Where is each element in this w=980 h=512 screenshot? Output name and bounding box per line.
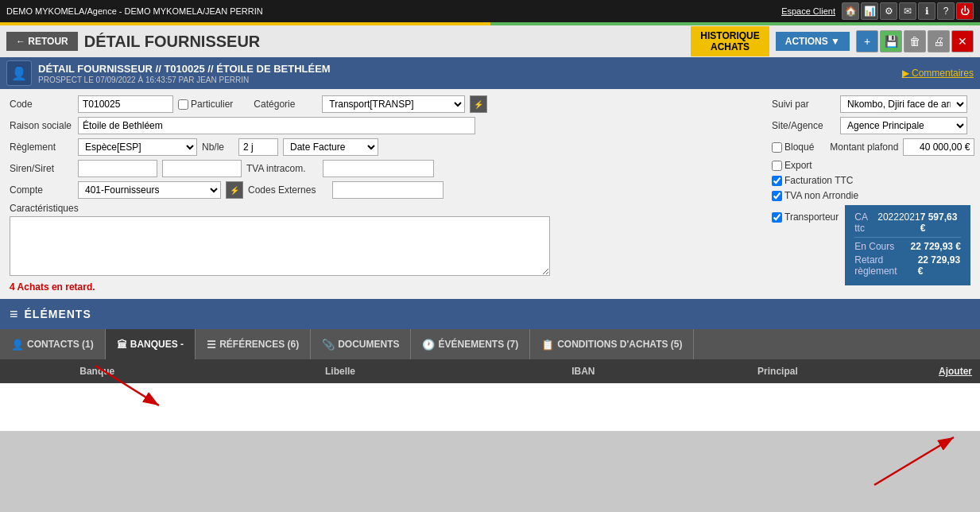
site-agence-select[interactable]: Agence Principale [840, 117, 967, 134]
tabs-row: 👤 CONTACTS (1) 🏛 BANQUES - ☰ RÉFÉRENCES … [0, 329, 980, 359]
power-icon[interactable]: ⏻ [956, 2, 974, 20]
references-tab-label: RÉFÉRENCES (6) [219, 339, 299, 350]
delete-icon[interactable]: 🗑 [904, 30, 926, 52]
add-icon[interactable]: + [856, 30, 878, 52]
elements-title: ÉLÉMENTS [25, 308, 91, 320]
historique-button[interactable]: HISTORIQUE ACHATS [691, 26, 769, 57]
top-icons: Espace Client 🏠 📊 ⚙ ✉ ℹ ? ⏻ [781, 2, 974, 20]
tva-intracom-input[interactable] [323, 160, 434, 177]
svg-line-3 [874, 437, 954, 485]
bloque-checkbox[interactable] [772, 142, 782, 153]
categorie-select[interactable]: Transport[TRANSP] [322, 95, 465, 113]
banques-tab-label: BANQUES - [130, 339, 184, 350]
tab-conditions[interactable]: 📋 CONDITIONS D'ACHATS (5) [530, 329, 694, 359]
col-ajouter: Ajouter [875, 366, 980, 377]
code-input[interactable] [78, 95, 173, 113]
col-iban: IBAN [486, 366, 681, 377]
nb-le-input[interactable] [238, 138, 278, 156]
actions-button[interactable]: ACTIONS ▼ [776, 32, 850, 51]
app-title: DEMO MYKOMELA/Agence - DEMO MYKOMELA/JEA… [6, 6, 263, 16]
right-site-row: Site/Agence Agence Principale [772, 117, 970, 134]
commentaires-link[interactable]: ▶ Commentaires [902, 68, 974, 79]
caracteristiques-textarea[interactable] [10, 216, 550, 276]
year-2021: 2021 [899, 211, 920, 234]
reglement-label: Règlement [10, 142, 73, 153]
arrow-overlay-2 [715, 421, 980, 501]
nb-le-label: Nb/le [202, 142, 234, 153]
tab-evenements[interactable]: 🕐 ÉVÉNEMENTS (7) [411, 329, 530, 359]
transporteur-checkbox[interactable] [772, 212, 782, 223]
siren-input2[interactable] [162, 160, 242, 177]
raison-sociale-label: Raison sociale [10, 120, 73, 131]
compte-select[interactable]: 401-Fournisseurs [78, 181, 221, 199]
site-agence-label: Site/Agence [772, 120, 835, 131]
settings-icon[interactable]: ⚙ [880, 2, 897, 20]
right-bloque-row: Bloqué Montant plafond [772, 138, 970, 156]
tab-documents[interactable]: 📎 DOCUMENTS [311, 329, 411, 359]
particulier-checkbox[interactable] [178, 99, 188, 110]
tab-banques[interactable]: 🏛 BANQUES - [106, 329, 196, 359]
mail-icon[interactable]: ✉ [899, 2, 916, 20]
table-empty [0, 383, 980, 431]
ajouter-link[interactable]: Ajouter [939, 366, 972, 377]
suivi-par-select[interactable]: Nkombo, Djiri face de arrêt de bus de l [840, 95, 967, 113]
stats-sep1 [854, 237, 961, 238]
siren-input1[interactable] [78, 160, 157, 177]
stats-ca-row: CA ttc 2022 2021 7 597,63 € [854, 211, 961, 234]
facturation-ttc-checkbox[interactable] [772, 176, 782, 186]
ca-ttc-label: CA ttc [854, 211, 877, 234]
retour-button[interactable]: ← RETOUR [6, 32, 78, 51]
contacts-tab-icon: 👤 [11, 339, 24, 351]
compte-icon-button[interactable]: ⚡ [226, 181, 243, 199]
info-left: 👤 DÉTAIL FOURNISSEUR // T010025 // ÉTOIL… [6, 60, 331, 86]
col-libelle: Libelle [195, 366, 486, 377]
espace-client-link[interactable]: Espace Client [781, 6, 835, 16]
evenements-tab-label: ÉVÉNEMENTS (7) [438, 339, 518, 350]
form-row-reglement: Règlement Espèce[ESP] Nb/le Date Facture [10, 138, 764, 156]
en-cours-label: En Cours [854, 241, 894, 252]
transporteur-label: Transporteur [772, 211, 839, 223]
home-icon[interactable]: 🏠 [842, 2, 859, 20]
info-title: DÉTAIL FOURNISSEUR // T010025 // ÉTOILE … [38, 63, 331, 75]
tab-contacts[interactable]: 👤 CONTACTS (1) [0, 329, 106, 359]
codes-externes-label: Codes Externes [248, 184, 327, 196]
tva-non-arrondie-label: TVA non Arrondie [772, 190, 858, 201]
form-row-compte: Compte 401-Fournisseurs ⚡ Codes Externes [10, 181, 764, 199]
chart-icon[interactable]: 📊 [861, 2, 878, 20]
references-tab-icon: ☰ [207, 339, 216, 351]
raison-sociale-input[interactable] [78, 117, 475, 134]
export-checkbox[interactable] [772, 161, 782, 171]
tva-non-arrondie-checkbox[interactable] [772, 191, 782, 201]
elements-bar: ≡ ÉLÉMENTS [0, 299, 980, 329]
categorie-icon-button[interactable]: ⚡ [470, 95, 487, 113]
save-icon[interactable]: 💾 [880, 30, 902, 52]
print-icon[interactable]: 🖨 [928, 30, 950, 52]
header-row: ← RETOUR DÉTAIL FOURNISSEUR HISTORIQUE A… [0, 25, 980, 57]
export-checkbox-label: Export [772, 160, 812, 171]
date-facture-select[interactable]: Date Facture [283, 138, 378, 156]
transporteur-stats-row: Transporteur CA ttc 2022 2021 7 597,63 €… [772, 205, 970, 285]
col-principal: Principal [680, 366, 875, 377]
reglement-select[interactable]: Espèce[ESP] [78, 138, 197, 156]
achats-link[interactable]: 4 Achats en retard. [10, 281, 95, 293]
conditions-tab-label: CONDITIONS D'ACHATS (5) [557, 339, 682, 350]
categorie-label: Catégorie [254, 99, 317, 110]
col-banque: Banque [0, 366, 195, 377]
form-right: Suivi par Nkombo, Djiri face de arrêt de… [764, 95, 970, 293]
help-icon[interactable]: ? [937, 2, 955, 20]
elements-icon: ≡ [10, 306, 18, 323]
info-icon[interactable]: ℹ [918, 2, 935, 20]
retard-value: 22 729,93 € [918, 254, 961, 277]
form-left: Code Particulier Catégorie Transport[TRA… [10, 95, 764, 293]
info-text: DÉTAIL FOURNISSEUR // T010025 // ÉTOILE … [38, 63, 331, 84]
info-bar: 👤 DÉTAIL FOURNISSEUR // T010025 // ÉTOIL… [0, 57, 980, 89]
close-icon[interactable]: ✕ [951, 30, 974, 52]
top-bar: DEMO MYKOMELA/Agence - DEMO MYKOMELA/JEA… [0, 0, 980, 22]
montant-plafond-input[interactable] [903, 138, 974, 156]
codes-externes-input[interactable] [332, 181, 444, 199]
suivi-par-label: Suivi par [772, 99, 835, 110]
form-row-raison: Raison sociale [10, 117, 764, 134]
bloque-checkbox-label: Bloqué [772, 142, 814, 153]
documents-tab-icon: 📎 [322, 339, 335, 351]
tab-references[interactable]: ☰ RÉFÉRENCES (6) [196, 329, 311, 359]
